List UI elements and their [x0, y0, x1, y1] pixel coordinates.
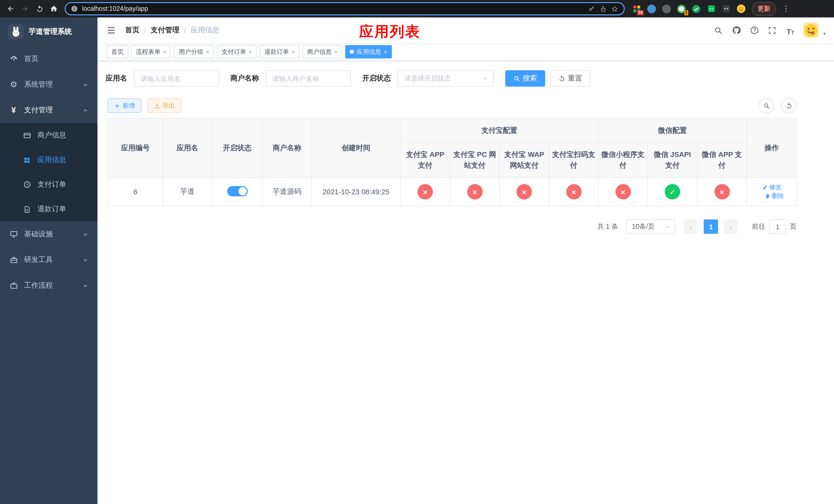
extension-icon-green-check[interactable]: [692, 4, 701, 14]
app-name-input[interactable]: [134, 70, 219, 87]
merchant-name-label: 商户名称: [230, 74, 259, 83]
tab-home[interactable]: 首页: [107, 45, 128, 59]
column-header-app-name: 应用名: [163, 118, 212, 178]
group-header-wechat: 微信配置: [598, 118, 747, 142]
share-icon[interactable]: [599, 5, 607, 12]
extension-icon-ring[interactable]: 1: [677, 4, 686, 14]
extension-icon-dark[interactable]: [721, 4, 731, 14]
chevron-down-icon: [83, 283, 88, 289]
close-icon[interactable]: ×: [163, 49, 167, 55]
page-size-select[interactable]: 10条/页: [626, 220, 675, 234]
tab-label: 用户分组: [179, 47, 203, 56]
browser-back-button[interactable]: [4, 2, 18, 15]
sidebar-item-workflow[interactable]: 工作流程: [0, 273, 97, 298]
extension-icon-grid[interactable]: 10: [632, 4, 642, 14]
page-content: 应用名 商户名称 开启状态 请选择开启状态: [97, 61, 834, 504]
button-label: 搜索: [523, 74, 537, 83]
page-number-button[interactable]: 1: [704, 220, 718, 234]
table-search-button[interactable]: [759, 98, 774, 113]
export-button[interactable]: 导出: [148, 98, 181, 113]
next-page-button[interactable]: ›: [724, 220, 738, 234]
caret-down-icon[interactable]: ▾: [823, 30, 826, 36]
sidebar-item-system-management[interactable]: ⚙ 系统管理: [0, 72, 97, 97]
status-select[interactable]: 请选择开启状态: [397, 70, 494, 87]
breadcrumb-home[interactable]: 首页: [125, 26, 139, 35]
add-button[interactable]: 新增: [108, 98, 141, 113]
sidebar-item-label: 基础设施: [24, 230, 53, 239]
alipay-pc-status-icon: ×: [467, 184, 482, 200]
search-icon: [513, 75, 520, 82]
sidebar-item-app-info[interactable]: 应用信息: [0, 148, 97, 172]
sidebar-item-label: 支付管理: [24, 106, 53, 115]
browser-reload-button[interactable]: [33, 2, 46, 15]
cell-wx-app: ×: [697, 178, 747, 206]
browser-home-button[interactable]: [47, 2, 61, 15]
tab-app-info[interactable]: 应用信息×: [345, 45, 392, 59]
extension-icon-gray[interactable]: [662, 4, 672, 14]
document-icon: [23, 205, 31, 213]
help-icon[interactable]: [749, 25, 760, 36]
close-icon[interactable]: ×: [249, 49, 252, 55]
extension-icon-chat[interactable]: [706, 4, 716, 14]
sidebar-item-label: 工作流程: [24, 281, 53, 290]
tab-process-form[interactable]: 流程表单×: [131, 45, 171, 59]
wx-mini-status-icon: ×: [615, 184, 631, 200]
breadcrumb-separator: /: [144, 26, 146, 35]
table-refresh-button[interactable]: [781, 98, 796, 113]
search-button[interactable]: 搜索: [505, 70, 545, 87]
tab-merchant-info[interactable]: 商户信息×: [303, 45, 343, 59]
sidebar-item-payment-orders[interactable]: 支付订单: [0, 172, 97, 197]
topbar: 首页 / 支付管理 / 应用信息 应用列表: [97, 18, 834, 43]
url-bar[interactable]: localhost:1024/pay/app: [65, 2, 625, 15]
close-icon[interactable]: ×: [206, 49, 209, 55]
sidebar-item-merchant-info[interactable]: 商户信息: [0, 123, 97, 148]
reset-button[interactable]: 重置: [550, 70, 590, 87]
toolbox-icon: [9, 256, 18, 264]
app-logo-row[interactable]: 芋道管理系统: [0, 18, 97, 46]
credit-card-icon: [23, 131, 31, 140]
hamburger-icon[interactable]: [106, 25, 117, 36]
sidebar-item-dev-tools[interactable]: 研发工具: [0, 247, 97, 273]
sidebar-item-payment-management[interactable]: ¥ 支付管理: [0, 97, 97, 123]
column-header-app-id: 应用编号: [108, 118, 163, 178]
search-icon[interactable]: [714, 25, 724, 36]
browser-chrome: localhost:1024/pay/app 10 1: [0, 0, 834, 18]
alipay-qr-status-icon: ×: [566, 184, 581, 200]
site-info-icon[interactable]: [71, 5, 78, 12]
fullscreen-icon[interactable]: [767, 25, 777, 36]
tab-payment-order[interactable]: 支付订单×: [217, 45, 257, 59]
close-icon[interactable]: ×: [291, 49, 295, 55]
tab-user-group[interactable]: 用户分组×: [174, 45, 214, 59]
merchant-name-input[interactable]: [266, 70, 351, 87]
goto-suffix: 页: [790, 222, 796, 231]
breadcrumb-payment[interactable]: 支付管理: [151, 26, 179, 35]
column-header-alipay-qr: 支付宝扫码支付: [549, 142, 598, 178]
browser-forward-button[interactable]: [19, 2, 32, 15]
extension-icon-emoji-avatar[interactable]: [736, 4, 746, 14]
cell-alipay-wap: ×: [499, 178, 549, 206]
annotation-app-list: 应用列表: [359, 22, 421, 42]
enabled-toggle[interactable]: [227, 186, 247, 196]
browser-menu-icon[interactable]: ⋮: [779, 4, 793, 13]
edit-link[interactable]: 修改: [762, 183, 782, 192]
password-key-icon[interactable]: [588, 5, 595, 12]
bookmark-star-icon[interactable]: [611, 5, 619, 13]
sidebar-item-infrastructure[interactable]: 基础设施: [0, 222, 97, 247]
close-icon[interactable]: ×: [384, 49, 387, 55]
close-icon[interactable]: ×: [334, 49, 338, 55]
filter-bar: 应用名 商户名称 开启状态 请选择开启状态: [97, 70, 834, 87]
font-size-icon[interactable]: TT: [785, 25, 795, 36]
delete-link[interactable]: 删除: [765, 192, 784, 201]
github-icon[interactable]: [731, 25, 742, 36]
extension-icon-blue[interactable]: [647, 4, 657, 14]
sidebar-item-home[interactable]: 首页: [0, 46, 97, 72]
chrome-update-button[interactable]: 更新: [752, 2, 776, 16]
prev-page-button[interactable]: ‹: [684, 220, 698, 234]
back-arrow-icon: [7, 5, 15, 13]
breadcrumb: 首页 / 支付管理 / 应用信息: [125, 26, 220, 35]
sidebar-item-refund-orders[interactable]: 退款订单: [0, 197, 97, 222]
sidebar-item-label: 应用信息: [38, 155, 66, 165]
tab-refund-order[interactable]: 退款订单×: [260, 45, 300, 59]
goto-page-input[interactable]: [769, 220, 786, 234]
avatar[interactable]: [803, 23, 819, 38]
